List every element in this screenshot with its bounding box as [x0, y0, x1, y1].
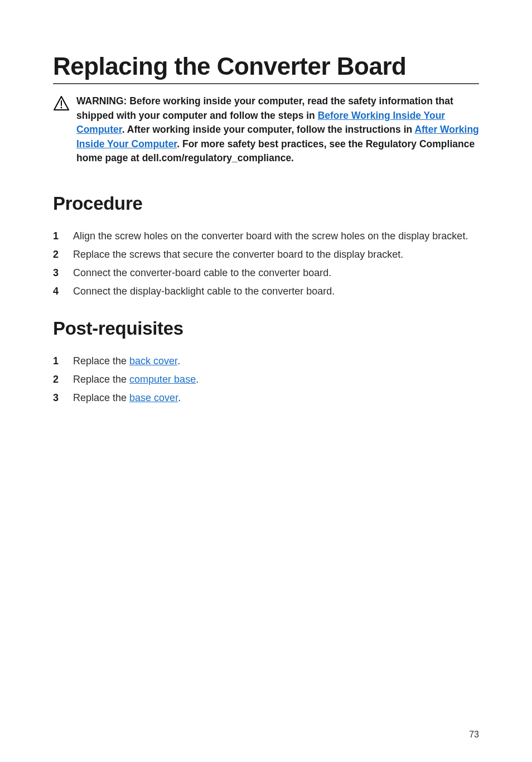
step-text: Connect the converter-board cable to the… — [73, 266, 479, 281]
list-item: 1 Align the screw holes on the converter… — [53, 229, 479, 244]
svg-point-2 — [61, 107, 62, 109]
warning-between1: . After working inside your computer, fo… — [122, 124, 415, 135]
list-item: 4 Connect the display-backlight cable to… — [53, 284, 479, 299]
step-number: 2 — [53, 372, 61, 387]
link-computer-base[interactable]: computer base — [129, 374, 196, 385]
step-number: 3 — [53, 266, 61, 281]
step-pre: Replace the — [73, 355, 129, 366]
warning-text: WARNING: Before working inside your comp… — [76, 94, 479, 165]
list-item: 1 Replace the back cover. — [53, 354, 479, 369]
link-base-cover[interactable]: base cover — [129, 392, 178, 403]
warning-block: WARNING: Before working inside your comp… — [53, 94, 479, 165]
procedure-steps: 1 Align the screw holes on the converter… — [53, 229, 479, 299]
warning-icon — [53, 95, 70, 113]
page-number: 73 — [469, 730, 479, 740]
post-requisites-heading: Post-requisites — [53, 318, 479, 339]
step-text: Align the screw holes on the converter b… — [73, 229, 479, 244]
page-title: Replacing the Converter Board — [53, 53, 479, 80]
step-number: 2 — [53, 247, 61, 262]
post-requisites-steps: 1 Replace the back cover. 2 Replace the … — [53, 354, 479, 406]
list-item: 2 Replace the computer base. — [53, 372, 479, 387]
list-item: 2 Replace the screws that secure the con… — [53, 247, 479, 262]
list-item: 3 Replace the base cover. — [53, 390, 479, 406]
list-item: 3 Connect the converter-board cable to t… — [53, 266, 479, 281]
step-text: Replace the back cover. — [73, 354, 479, 369]
step-pre: Replace the — [73, 392, 129, 403]
step-text: Connect the display-backlight cable to t… — [73, 284, 479, 299]
document-page: Replacing the Converter Board WARNING: B… — [0, 0, 532, 762]
step-number: 3 — [53, 390, 61, 406]
step-number: 1 — [53, 354, 61, 369]
step-post: . — [178, 392, 181, 403]
step-text: Replace the computer base. — [73, 372, 479, 387]
step-post: . — [177, 355, 180, 366]
link-back-cover[interactable]: back cover — [129, 355, 177, 366]
step-post: . — [196, 374, 199, 385]
title-divider — [53, 83, 479, 84]
step-pre: Replace the — [73, 374, 129, 385]
step-text: Replace the base cover. — [73, 390, 479, 406]
step-number: 1 — [53, 229, 61, 244]
step-number: 4 — [53, 284, 61, 299]
procedure-heading: Procedure — [53, 193, 479, 214]
step-text: Replace the screws that secure the conve… — [73, 247, 479, 262]
